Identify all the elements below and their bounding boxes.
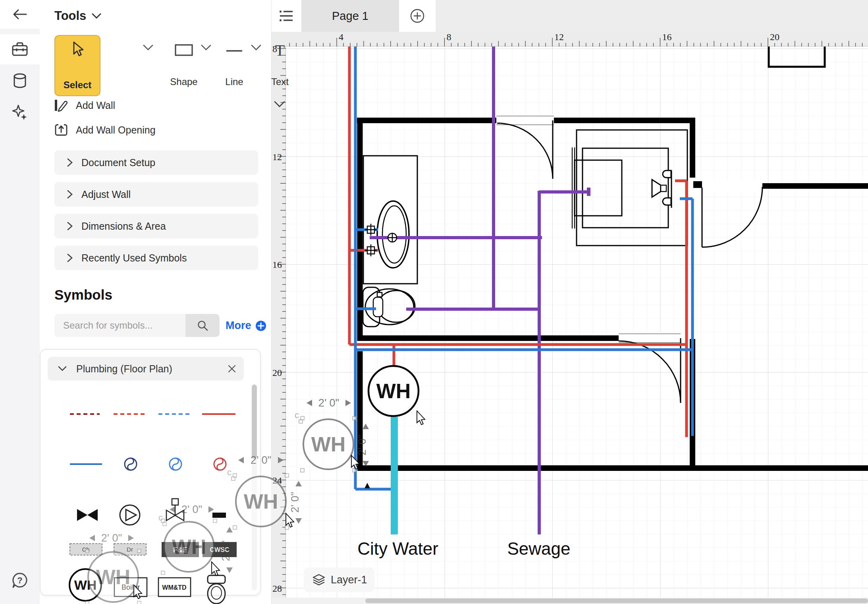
boiler-symbol-label: Boiler xyxy=(122,583,140,591)
section-document-setup[interactable]: Document Setup xyxy=(54,150,258,175)
cursor-icon xyxy=(71,41,84,57)
layer-badge-label: Layer-1 xyxy=(331,574,367,586)
list-icon xyxy=(279,10,293,22)
drain-symbol-label: Dr xyxy=(127,546,133,553)
palette-fitting-symbols[interactable] xyxy=(77,458,226,525)
section-label: Document Setup xyxy=(81,157,155,168)
page-tab-label: Page 1 xyxy=(332,10,368,23)
symbol-search-button[interactable] xyxy=(185,314,220,337)
water-heater-label: WH xyxy=(376,379,411,403)
help-icon: ? xyxy=(12,572,28,589)
svg-text:24: 24 xyxy=(272,475,282,486)
svg-text:20: 20 xyxy=(770,32,779,42)
close-icon[interactable] xyxy=(228,365,236,373)
add-wall-opening-button[interactable]: Add Wall Opening xyxy=(54,123,156,137)
chase-symbol-label: Ch xyxy=(82,546,89,553)
svg-text:20: 20 xyxy=(272,368,282,378)
plus-circle-icon xyxy=(255,320,266,331)
palette-header[interactable]: Plumbing (Floor Plan) xyxy=(48,357,244,381)
svg-text:12: 12 xyxy=(272,152,282,162)
help-button[interactable]: ? xyxy=(0,567,40,594)
database-icon xyxy=(13,73,27,88)
water-heater-symbol-label: WH xyxy=(74,577,97,592)
city-water-label[interactable]: City Water xyxy=(357,539,438,558)
add-wall-opening-icon xyxy=(54,123,68,137)
symbol-search-input[interactable] xyxy=(54,314,188,337)
panel-title-label: Tools xyxy=(54,9,86,23)
svg-text:8: 8 xyxy=(447,32,451,42)
line-dropdown-chevron[interactable] xyxy=(251,45,261,51)
chevron-right-icon xyxy=(67,158,73,167)
page-tab-bar: Page 1 xyxy=(271,0,868,32)
wall-post xyxy=(693,181,703,188)
ai-nav-button[interactable] xyxy=(0,99,40,126)
section-label: Adjust Wall xyxy=(81,189,131,200)
select-dropdown-chevron[interactable] xyxy=(143,45,153,51)
washer-dryer-symbol-label: WM&TD xyxy=(162,584,186,591)
back-arrow-icon xyxy=(13,8,27,20)
panel-title[interactable]: Tools xyxy=(54,9,101,23)
toolbox-nav-button[interactable] xyxy=(0,34,40,64)
pipe-cap-symbol xyxy=(212,513,226,518)
gate-valve-symbol xyxy=(77,509,98,521)
section-adjust-wall[interactable]: Adjust Wall xyxy=(54,182,258,207)
tools-panel: Tools Select Shape Line T Text Add Wall xyxy=(40,0,272,604)
add-wall-button[interactable]: Add Wall xyxy=(54,99,115,112)
more-symbols-link[interactable]: More xyxy=(226,319,266,332)
pump-symbol xyxy=(120,505,140,525)
section-dimensions-area[interactable]: Dimensions & Area xyxy=(54,214,258,238)
add-wall-label: Add Wall xyxy=(76,100,115,111)
section-label: Dimensions & Area xyxy=(81,221,166,232)
add-page-button[interactable] xyxy=(399,0,436,32)
section-label: Recently Used Symbols xyxy=(81,252,187,264)
shape-tool-button[interactable]: Shape xyxy=(162,38,206,92)
svg-text:?: ? xyxy=(17,575,22,585)
page-list-button[interactable] xyxy=(271,0,301,32)
line-label: Line xyxy=(225,76,243,87)
sewage-label[interactable]: Sewage xyxy=(507,539,570,558)
fe-symbol-label: F&E xyxy=(173,546,187,554)
palette-title: Plumbing (Floor Plan) xyxy=(76,363,172,375)
search-icon xyxy=(197,320,208,331)
toolbox-icon xyxy=(12,42,28,56)
sink-fixture[interactable] xyxy=(363,156,417,284)
back-button[interactable] xyxy=(0,0,40,29)
chevron-right-icon xyxy=(67,190,73,199)
shape-dropdown-chevron[interactable] xyxy=(201,45,211,51)
text-tool-button[interactable]: T Text xyxy=(262,38,298,92)
line-tool-button[interactable]: Line xyxy=(215,38,253,92)
plus-circle-icon xyxy=(410,8,425,23)
water-heater[interactable]: WH xyxy=(368,366,419,416)
svg-text:4: 4 xyxy=(339,32,343,42)
svg-text:12: 12 xyxy=(554,32,564,42)
text-label: Text xyxy=(271,76,289,87)
svg-text:28: 28 xyxy=(272,583,282,594)
select-label: Select xyxy=(64,79,92,91)
text-tool-icon: T xyxy=(275,44,285,57)
layer-badge[interactable]: Layer-1 xyxy=(304,567,374,592)
palette-symbols: Ch Dr F&E CWSC WH Boiler WM&TD xyxy=(41,381,262,596)
palette-equipment-symbols[interactable]: Ch Dr F&E CWSC WH Boiler WM&TD xyxy=(69,542,237,604)
sparkles-icon xyxy=(12,105,28,120)
select-tool-button[interactable]: Select xyxy=(54,35,100,96)
svg-text:16: 16 xyxy=(662,32,672,42)
palette-line-swatches[interactable] xyxy=(70,414,235,464)
globe-valve-symbol xyxy=(166,499,184,521)
chevron-right-icon xyxy=(67,222,73,230)
horizontal-scrollbar[interactable] xyxy=(271,598,868,604)
floor-plan-drawing[interactable]: WH City Water Sewage 4812162081216202428 xyxy=(271,32,868,604)
symbols-heading: Symbols xyxy=(54,287,112,303)
chevron-down-icon xyxy=(92,13,101,19)
section-recently-used[interactable]: Recently Used Symbols xyxy=(54,246,258,270)
toilet-symbol xyxy=(208,575,225,604)
svg-text:16: 16 xyxy=(272,259,282,270)
symbols-nav-button[interactable] xyxy=(0,67,40,95)
add-wall-opening-label: Add Wall Opening xyxy=(76,124,156,136)
layers-icon xyxy=(312,574,325,586)
cwsc-symbol-label: CWSC xyxy=(210,546,230,553)
add-wall-chevron[interactable] xyxy=(274,101,285,108)
line-icon xyxy=(225,44,244,56)
more-label: More xyxy=(226,319,251,332)
left-icon-rail: ? xyxy=(0,0,40,604)
page-tab[interactable]: Page 1 xyxy=(301,0,399,32)
